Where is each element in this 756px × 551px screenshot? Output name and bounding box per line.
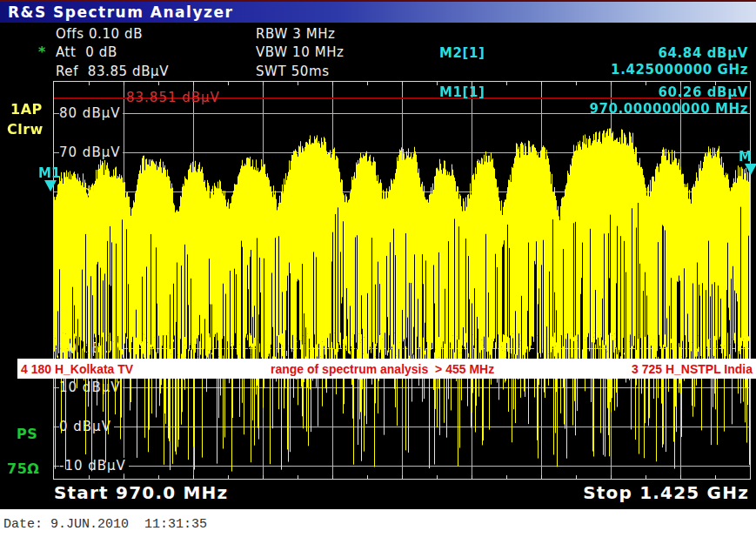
marker-m2-flag-label: M bbox=[739, 149, 752, 165]
trace-mode-label: 1AP bbox=[10, 101, 43, 118]
app-title: R&S Spectrum Analyzer bbox=[8, 3, 233, 21]
trace-detector-label: Clrw bbox=[7, 121, 43, 138]
setting-att: Att 0 dB bbox=[56, 44, 117, 60]
stop-frequency: Stop 1.425 GHz bbox=[583, 482, 749, 503]
marker-m1-freq: 970.000000000 MHz bbox=[589, 101, 748, 117]
analyzer-screen: R&S Spectrum Analyzer Offs 0.10 dB Att 0… bbox=[0, 0, 756, 509]
date-text: Date: 9.JUN.2010 11:31:35 bbox=[3, 517, 207, 532]
start-frequency: Start 970.0 MHz bbox=[54, 482, 228, 503]
marker-m1-flag-label: M1 bbox=[38, 165, 60, 181]
title-bar: R&S Spectrum Analyzer bbox=[0, 0, 756, 23]
marker-m2-triangle-icon bbox=[745, 164, 756, 175]
frequency-bar: Start 970.0 MHz Stop 1.425 GHz bbox=[54, 480, 749, 506]
marker-m1-level: 60.26 dBµV bbox=[659, 84, 749, 100]
impedance-label: 75Ω bbox=[7, 460, 39, 477]
ps-label: PS bbox=[17, 426, 37, 442]
spectrum-trace bbox=[54, 82, 750, 479]
setting-swt: SWT 50ms bbox=[256, 64, 330, 79]
setting-offs: Offs 0.10 dB bbox=[56, 26, 143, 42]
marker-m2-freq: 1.425000000 GHz bbox=[611, 62, 748, 77]
marker-m1-triangle-icon bbox=[44, 180, 57, 192]
marker-m2-level: 64.84 dBµV bbox=[659, 45, 749, 61]
setting-rbw: RBW 3 MHz bbox=[256, 26, 336, 42]
graticule: 83.851 dBµV 80 dBµV70 dBµV60 dBµV50 dBµV… bbox=[53, 81, 751, 480]
setting-vbw: VBW 10 MHz bbox=[256, 44, 345, 60]
annotation-center: range of spectrum analysis > 455 MHz bbox=[271, 362, 494, 376]
annotation-left: 4 180 H_Kolkata TV bbox=[21, 362, 133, 376]
annotation-band: 4 180 H_Kolkata TV range of spectrum ana… bbox=[17, 359, 756, 379]
annotation-right: 3 725 H_NSTPL India bbox=[632, 362, 753, 376]
marker-m2-name: M2[1] bbox=[439, 45, 485, 61]
att-coupled-asterisk: * bbox=[38, 44, 45, 60]
setting-ref: Ref 83.85 dBµV bbox=[56, 64, 169, 79]
marker-m1-name: M1[1] bbox=[439, 84, 485, 100]
page: R&S Spectrum Analyzer Offs 0.10 dB Att 0… bbox=[0, 0, 756, 551]
